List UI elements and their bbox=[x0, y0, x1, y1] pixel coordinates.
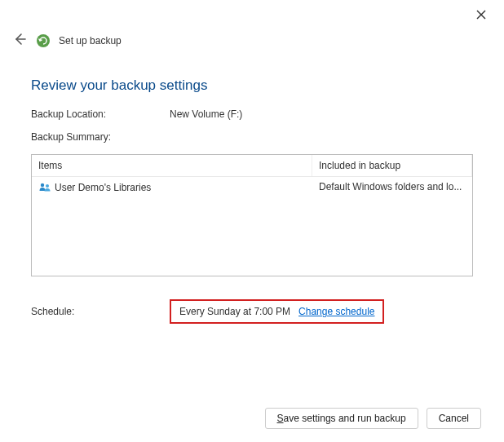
footer-buttons: Save settings and run backup Cancel bbox=[265, 408, 481, 429]
backup-icon bbox=[36, 33, 51, 48]
summary-table: Items Included in backup User Demo's Lib… bbox=[31, 154, 473, 276]
svg-point-3 bbox=[37, 34, 50, 47]
svg-point-4 bbox=[41, 183, 44, 187]
schedule-row: Schedule: Every Sunday at 7:00 PM Change… bbox=[31, 299, 473, 324]
backup-location-row: Backup Location: New Volume (F:) bbox=[31, 108, 473, 120]
cell-included: Default Windows folders and lo... bbox=[312, 177, 472, 198]
schedule-highlight-box: Every Sunday at 7:00 PM Change schedule bbox=[170, 299, 384, 324]
column-header-included[interactable]: Included in backup bbox=[312, 155, 472, 176]
back-button[interactable] bbox=[11, 31, 28, 50]
backup-location-label: Backup Location: bbox=[31, 108, 170, 120]
save-and-run-button[interactable]: Save settings and run backup bbox=[265, 408, 418, 429]
cancel-button[interactable]: Cancel bbox=[427, 408, 481, 429]
column-header-items[interactable]: Items bbox=[32, 155, 312, 176]
window-title: Set up backup bbox=[59, 35, 122, 46]
close-icon bbox=[476, 10, 486, 20]
content-area: Review your backup settings Backup Locat… bbox=[0, 50, 504, 324]
backup-location-value: New Volume (F:) bbox=[170, 108, 242, 120]
table-row[interactable]: User Demo's Libraries Default Windows fo… bbox=[32, 177, 472, 198]
back-arrow-icon bbox=[13, 33, 26, 46]
backup-summary-label: Backup Summary: bbox=[31, 131, 170, 143]
change-schedule-link[interactable]: Change schedule bbox=[298, 306, 374, 317]
user-libraries-icon bbox=[38, 181, 51, 194]
table-header: Items Included in backup bbox=[32, 155, 472, 177]
backup-summary-row: Backup Summary: bbox=[31, 131, 473, 143]
close-button[interactable] bbox=[470, 7, 493, 25]
schedule-label: Schedule: bbox=[31, 306, 170, 317]
save-button-rest: ave settings and run backup bbox=[284, 413, 406, 424]
schedule-value: Every Sunday at 7:00 PM bbox=[179, 306, 290, 317]
cell-item-text: User Demo's Libraries bbox=[55, 182, 151, 193]
page-heading: Review your backup settings bbox=[31, 77, 473, 94]
backup-wizard-window: Set up backup Review your backup setting… bbox=[0, 0, 504, 442]
header: Set up backup bbox=[0, 0, 504, 50]
svg-point-5 bbox=[46, 184, 49, 188]
cell-item: User Demo's Libraries bbox=[32, 177, 312, 198]
